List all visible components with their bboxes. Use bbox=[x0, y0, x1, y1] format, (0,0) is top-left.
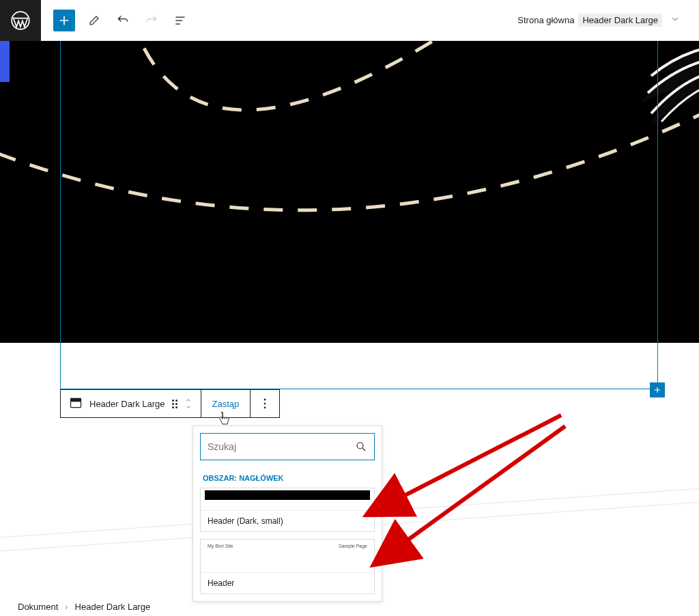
svg-line-7 bbox=[399, 415, 561, 499]
pattern-section-label: Obszar: Nagłówek bbox=[193, 467, 382, 488]
block-name-label: Header Dark Large bbox=[89, 399, 165, 409]
pattern-search-input-wrap bbox=[200, 433, 375, 460]
undo-button[interactable] bbox=[111, 8, 135, 33]
edit-tool-button[interactable] bbox=[82, 8, 106, 33]
plus-icon bbox=[57, 14, 71, 27]
search-icon bbox=[355, 440, 367, 453]
block-movers[interactable] bbox=[184, 397, 192, 410]
pattern-title-label: Header bbox=[201, 572, 374, 593]
editor-top-toolbar: Strona główna Header Dark Large bbox=[0, 0, 699, 41]
chevron-down-icon bbox=[184, 404, 192, 410]
pattern-option-dark-small[interactable]: Header (Dark, small) bbox=[200, 488, 375, 532]
decorative-dashed-curves bbox=[0, 25, 699, 343]
chevron-up-icon bbox=[184, 397, 192, 404]
more-vertical-icon bbox=[258, 397, 272, 410]
svg-rect-2 bbox=[71, 398, 81, 402]
chevron-right-icon: › bbox=[65, 602, 68, 612]
drag-handle-icon[interactable] bbox=[172, 400, 177, 408]
bird-wing-image bbox=[631, 38, 699, 127]
pattern-preview-thumbnail: My Bird Site Sample Page bbox=[201, 540, 374, 572]
wordpress-logo[interactable] bbox=[0, 0, 41, 41]
pattern-search-input[interactable] bbox=[208, 441, 355, 452]
redo-icon bbox=[145, 14, 158, 27]
editor-canvas-header-block[interactable] bbox=[0, 25, 699, 343]
wordpress-icon bbox=[11, 11, 30, 30]
list-icon bbox=[173, 14, 187, 27]
footer-breadcrumb-current[interactable]: Header Dark Large bbox=[75, 602, 151, 612]
pattern-option-header[interactable]: My Bird Site Sample Page Header bbox=[200, 539, 375, 594]
list-view-button[interactable] bbox=[168, 8, 192, 33]
redo-button[interactable] bbox=[139, 8, 164, 33]
plus-icon bbox=[653, 385, 662, 395]
pencil-icon bbox=[88, 14, 100, 27]
pattern-preview-thumbnail bbox=[201, 488, 374, 510]
document-breadcrumb-top[interactable]: Strona główna Header Dark Large bbox=[517, 14, 680, 27]
block-more-options-button[interactable] bbox=[251, 390, 279, 417]
add-block-button[interactable] bbox=[53, 10, 75, 31]
breadcrumb-current-chip: Header Dark Large bbox=[578, 14, 662, 27]
admin-sidebar-sliver bbox=[0, 41, 10, 82]
chevron-down-icon bbox=[670, 14, 680, 26]
svg-line-8 bbox=[403, 426, 565, 544]
editor-tools bbox=[82, 8, 192, 33]
breadcrumb-root-label: Strona główna bbox=[517, 15, 574, 25]
pattern-title-label: Header (Dark, small) bbox=[201, 510, 374, 531]
block-toolbar: Header Dark Large Zastąp bbox=[60, 389, 280, 418]
template-part-icon bbox=[69, 396, 83, 412]
inline-inserter-button[interactable] bbox=[650, 382, 665, 397]
svg-point-4 bbox=[264, 403, 266, 405]
replace-pattern-popover: Obszar: Nagłówek Header (Dark, small) My… bbox=[192, 425, 382, 602]
undo-icon bbox=[116, 14, 130, 27]
svg-point-6 bbox=[357, 443, 363, 449]
footer-breadcrumb-root[interactable]: Dokument bbox=[18, 602, 58, 612]
block-toolbar-main-segment: Header Dark Large bbox=[61, 390, 201, 417]
svg-point-5 bbox=[264, 407, 266, 409]
svg-point-3 bbox=[264, 399, 266, 401]
footer-breadcrumb[interactable]: Dokument › Header Dark Large bbox=[18, 602, 150, 612]
